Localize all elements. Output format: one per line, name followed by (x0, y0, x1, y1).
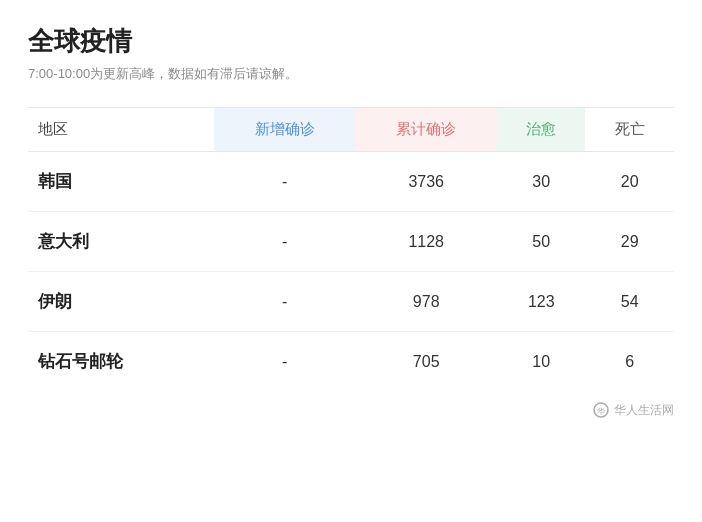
cell-total-confirmed: 705 (355, 332, 497, 392)
cell-total-confirmed: 978 (355, 272, 497, 332)
cell-new-confirmed: - (214, 152, 356, 212)
table-row: 伊朗-97812354 (28, 272, 674, 332)
covid-table: 地区 新增确诊 累计确诊 治愈 死亡 韩国-37363020意大利-112850… (28, 107, 674, 391)
table-header-row: 地区 新增确诊 累计确诊 治愈 死亡 (28, 108, 674, 152)
cell-recovered: 30 (497, 152, 585, 212)
svg-text:华: 华 (597, 407, 605, 416)
watermark-text: 华人生活网 (614, 402, 674, 419)
cell-death: 29 (585, 212, 674, 272)
cell-region: 意大利 (28, 212, 214, 272)
table-row: 韩国-37363020 (28, 152, 674, 212)
col-header-total-confirmed: 累计确诊 (355, 108, 497, 152)
col-header-recovered: 治愈 (497, 108, 585, 152)
cell-death: 20 (585, 152, 674, 212)
table-row: 意大利-11285029 (28, 212, 674, 272)
col-header-death: 死亡 (585, 108, 674, 152)
col-header-region: 地区 (28, 108, 214, 152)
table-row: 钻石号邮轮-705106 (28, 332, 674, 392)
cell-region: 钻石号邮轮 (28, 332, 214, 392)
cell-region: 伊朗 (28, 272, 214, 332)
cell-death: 54 (585, 272, 674, 332)
cell-total-confirmed: 1128 (355, 212, 497, 272)
watermark: 华 华人生活网 (28, 401, 674, 419)
cell-total-confirmed: 3736 (355, 152, 497, 212)
page-title: 全球疫情 (28, 24, 674, 59)
cell-recovered: 10 (497, 332, 585, 392)
cell-new-confirmed: - (214, 272, 356, 332)
cell-recovered: 50 (497, 212, 585, 272)
cell-recovered: 123 (497, 272, 585, 332)
watermark-icon: 华 (592, 401, 610, 419)
cell-death: 6 (585, 332, 674, 392)
cell-new-confirmed: - (214, 332, 356, 392)
col-header-new-confirmed: 新增确诊 (214, 108, 356, 152)
subtitle: 7:00-10:00为更新高峰，数据如有滞后请谅解。 (28, 65, 674, 83)
cell-new-confirmed: - (214, 212, 356, 272)
cell-region: 韩国 (28, 152, 214, 212)
